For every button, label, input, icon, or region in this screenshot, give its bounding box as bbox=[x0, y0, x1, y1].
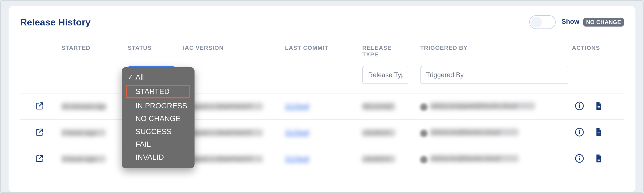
svg-rect-4 bbox=[598, 108, 600, 108]
col-started: STARTED bbox=[59, 45, 125, 66]
nochange-badge: NO CHANGE bbox=[583, 18, 624, 27]
show-nochange-label: Show NO CHANGE bbox=[562, 18, 624, 26]
commit-cell[interactable]: 3123edf bbox=[285, 155, 309, 163]
col-iac: IAC VERSION bbox=[180, 45, 282, 66]
user-icon bbox=[420, 130, 427, 137]
iac-cell: release0.1-SNAPSHOT bbox=[183, 155, 263, 163]
svg-point-12 bbox=[579, 156, 580, 157]
status-option-all[interactable]: All bbox=[126, 71, 190, 84]
toggle-knob bbox=[531, 17, 542, 27]
document-icon[interactable] bbox=[594, 101, 603, 112]
triggered-by-filter[interactable] bbox=[420, 66, 569, 84]
release-table: STARTED STATUS IAC VERSION LAST COMMIT R… bbox=[20, 45, 624, 172]
svg-rect-14 bbox=[598, 160, 600, 161]
col-rtype-a: RELEASE bbox=[362, 45, 392, 51]
info-icon[interactable] bbox=[575, 154, 584, 164]
document-icon[interactable] bbox=[594, 127, 603, 138]
status-option-invalid[interactable]: INVALID bbox=[126, 151, 190, 164]
col-rtype: RELEASE TYPE bbox=[360, 45, 417, 66]
table-row: 2 hours ago release0.1-SNAPSHOT 3123edf … bbox=[20, 120, 624, 146]
panel-header: Release History Show NO CHANGE bbox=[20, 15, 624, 29]
status-option-started[interactable]: STARTED bbox=[126, 85, 190, 98]
rtype-cell: LAUNCH bbox=[362, 155, 395, 163]
document-icon[interactable] bbox=[594, 154, 603, 164]
page-title: Release History bbox=[20, 17, 91, 28]
col-actions: ACTIONS bbox=[572, 45, 624, 66]
table-row: 53 minutes ago release0.1-SNAPSHOT 3123e… bbox=[20, 93, 624, 120]
info-icon[interactable] bbox=[575, 127, 584, 138]
rtype-cell: LAUNCH bbox=[362, 129, 395, 136]
status-option-nochange[interactable]: NO CHANGE bbox=[126, 112, 190, 125]
started-cell: 53 minutes ago bbox=[62, 103, 106, 110]
user-icon bbox=[420, 156, 427, 163]
show-text: Show bbox=[562, 18, 579, 25]
status-option-fail[interactable]: FAIL bbox=[126, 138, 190, 151]
col-status: STATUS bbox=[125, 45, 180, 66]
table-header: STARTED STATUS IAC VERSION LAST COMMIT R… bbox=[20, 45, 624, 66]
show-nochange-toggle[interactable] bbox=[529, 15, 556, 29]
open-icon[interactable] bbox=[35, 107, 44, 111]
svg-rect-9 bbox=[598, 134, 600, 134]
svg-point-2 bbox=[579, 104, 580, 104]
header-right: Show NO CHANGE bbox=[529, 15, 624, 29]
started-cell: 2 hours ago bbox=[62, 129, 106, 136]
col-commit: LAST COMMIT bbox=[282, 45, 360, 66]
commit-cell[interactable]: 3123edf bbox=[285, 129, 309, 136]
col-triggered: TRIGGERED BY bbox=[417, 45, 572, 66]
status-dropdown: All STARTED IN PROGRESS NO CHANGE SUCCES… bbox=[122, 67, 195, 168]
svg-rect-3 bbox=[598, 106, 600, 107]
status-option-success[interactable]: SUCCESS bbox=[126, 125, 190, 138]
open-icon[interactable] bbox=[35, 159, 44, 164]
svg-rect-8 bbox=[598, 132, 600, 133]
rtype-cell: RELEASE bbox=[362, 103, 395, 110]
iac-cell: release0.1-SNAPSHOT bbox=[183, 129, 263, 136]
started-cell: 3 hours ago bbox=[62, 155, 106, 163]
user-icon bbox=[420, 103, 427, 111]
svg-rect-13 bbox=[598, 159, 600, 159]
release-type-filter[interactable] bbox=[362, 66, 409, 84]
commit-cell[interactable]: 3123edf bbox=[285, 103, 309, 110]
col-rtype-b: TYPE bbox=[362, 51, 379, 58]
info-icon[interactable] bbox=[575, 101, 584, 112]
release-history-panel: Release History Show NO CHANGE STA bbox=[9, 6, 635, 192]
triggered-cell: vishnu.kv@facets.cloud bbox=[430, 129, 518, 136]
filter-row: All STARTED IN PROGRESS NO CHANGE SUCCES… bbox=[20, 66, 624, 93]
iac-cell: release0.1-SNAPSHOT bbox=[183, 103, 263, 110]
status-option-inprogress[interactable]: IN PROGRESS bbox=[126, 100, 190, 112]
open-icon[interactable] bbox=[35, 133, 44, 138]
table-row: 3 hours ago release0.1-SNAPSHOT 3123edf … bbox=[20, 146, 624, 172]
triggered-cell: aditya.prajapati@facets.cloud bbox=[430, 102, 535, 109]
triggered-cell: vishnu.kv@facets.cloud bbox=[430, 155, 518, 162]
svg-point-7 bbox=[579, 130, 580, 131]
